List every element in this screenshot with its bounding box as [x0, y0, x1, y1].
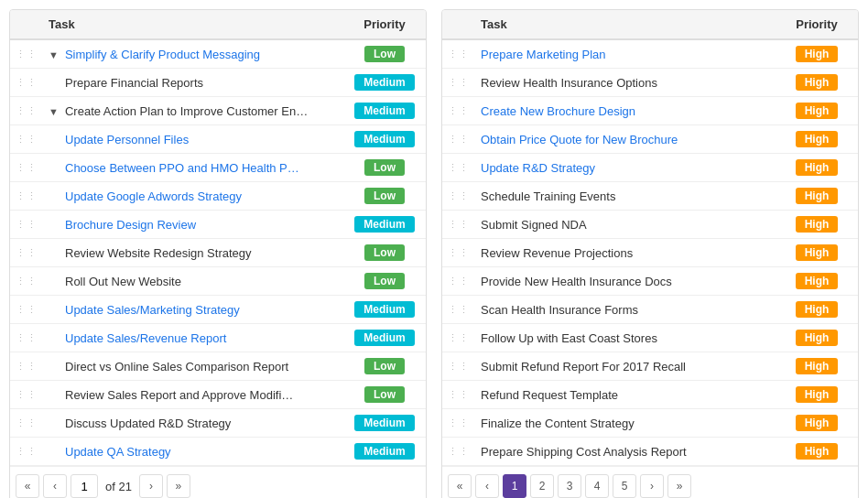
- drag-handle[interactable]: ⋮⋮: [442, 352, 475, 381]
- drag-handle[interactable]: ⋮⋮: [10, 154, 43, 182]
- left-table: Task Priority ⋮⋮▼ Simplify & Clarify Pro…: [9, 9, 427, 498]
- right-prev-btn[interactable]: ‹: [475, 474, 499, 498]
- task-name-text: Review Revenue Projections: [481, 246, 633, 260]
- priority-badge: Medium: [354, 443, 414, 460]
- task-name-text: Refund Request Template: [481, 388, 618, 402]
- right-page-5-btn[interactable]: 5: [613, 474, 636, 498]
- left-first-btn[interactable]: «: [16, 474, 39, 498]
- table-row: ⋮⋮Discuss Updated R&D StrategyMedium: [10, 409, 426, 438]
- drag-handle[interactable]: ⋮⋮: [442, 267, 475, 296]
- priority-cell: Low: [343, 267, 426, 296]
- right-page-4-btn[interactable]: 4: [585, 474, 609, 498]
- drag-handle[interactable]: ⋮⋮: [442, 239, 475, 267]
- task-name-text: Review Sales Report and Approve Modifi…: [65, 388, 293, 402]
- priority-badge: High: [796, 131, 839, 147]
- right-table: Task Priority ⋮⋮Prepare Marketing PlanHi…: [441, 9, 859, 498]
- left-last-btn[interactable]: »: [167, 474, 190, 498]
- drag-handle[interactable]: ⋮⋮: [10, 267, 43, 296]
- drag-handle[interactable]: ⋮⋮: [10, 39, 43, 69]
- drag-handle[interactable]: ⋮⋮: [10, 352, 43, 381]
- priority-cell: Low: [343, 154, 426, 182]
- drag-handle[interactable]: ⋮⋮: [10, 324, 43, 352]
- priority-badge: Medium: [354, 330, 414, 346]
- drag-handle[interactable]: ⋮⋮: [442, 381, 475, 409]
- drag-handle[interactable]: ⋮⋮: [442, 324, 475, 352]
- right-next-btn[interactable]: ›: [640, 474, 664, 498]
- priority-cell: High: [776, 69, 858, 97]
- left-prev-btn[interactable]: ‹: [43, 474, 67, 498]
- table-row: ⋮⋮Finalize the Content StrategyHigh: [442, 409, 858, 438]
- task-name-cell[interactable]: Update Google Adwords Strategy: [43, 182, 343, 211]
- drag-handle[interactable]: ⋮⋮: [10, 125, 43, 154]
- drag-handle[interactable]: ⋮⋮: [442, 409, 475, 438]
- task-name-cell[interactable]: Prepare Marketing Plan: [475, 39, 776, 69]
- right-page-3-btn[interactable]: 3: [558, 474, 581, 498]
- task-name-text: Prepare Marketing Plan: [481, 48, 606, 61]
- right-pagination: « ‹ 1 2 3 4 5 › »: [442, 466, 858, 498]
- priority-badge: High: [796, 301, 839, 318]
- task-name-cell[interactable]: Update R&D Strategy: [475, 154, 776, 182]
- priority-cell: Medium: [343, 409, 426, 438]
- priority-cell: Medium: [343, 324, 426, 352]
- left-page-input[interactable]: [71, 474, 98, 498]
- drag-handle[interactable]: ⋮⋮: [442, 211, 475, 239]
- drag-handle[interactable]: ⋮⋮: [10, 239, 43, 267]
- task-name-cell[interactable]: Create New Brochure Design: [475, 97, 776, 125]
- drag-handle[interactable]: ⋮⋮: [10, 182, 43, 211]
- drag-handle[interactable]: ⋮⋮: [442, 154, 475, 182]
- task-name-cell[interactable]: Obtain Price Quote for New Brochure: [475, 125, 776, 154]
- drag-handle[interactable]: ⋮⋮: [442, 69, 475, 97]
- drag-handle[interactable]: ⋮⋮: [10, 69, 43, 97]
- priority-badge: Low: [364, 46, 405, 62]
- task-name-cell[interactable]: Update Sales/Marketing Strategy: [43, 296, 343, 324]
- drag-handle[interactable]: ⋮⋮: [10, 296, 43, 324]
- right-page-1-btn[interactable]: 1: [503, 474, 526, 498]
- task-name-cell[interactable]: Choose Between PPO and HMO Health P…: [43, 154, 343, 182]
- drag-handle[interactable]: ⋮⋮: [10, 409, 43, 438]
- left-next-btn[interactable]: ›: [139, 474, 163, 498]
- drag-handle[interactable]: ⋮⋮: [10, 97, 43, 125]
- group-toggle-icon[interactable]: ▼: [49, 106, 61, 117]
- right-first-btn[interactable]: «: [448, 474, 472, 498]
- table-row: ⋮⋮Review Sales Report and Approve Modifi…: [10, 381, 426, 409]
- task-name-text: Review Health Insurance Options: [481, 76, 657, 90]
- task-name-cell[interactable]: Update QA Strategy: [43, 438, 343, 466]
- drag-handle[interactable]: ⋮⋮: [442, 296, 475, 324]
- priority-badge: High: [796, 443, 839, 460]
- task-name-cell: Refund Request Template: [475, 381, 776, 409]
- priority-cell: Low: [343, 39, 426, 69]
- priority-badge: Medium: [354, 216, 414, 233]
- drag-handle[interactable]: ⋮⋮: [442, 39, 475, 69]
- priority-badge: Low: [364, 188, 405, 204]
- priority-badge: High: [796, 74, 839, 91]
- group-toggle-icon[interactable]: ▼: [49, 49, 61, 60]
- table-row: ⋮⋮Prepare Financial ReportsMedium: [10, 69, 426, 97]
- task-name-cell[interactable]: Brochure Design Review: [43, 211, 343, 239]
- task-name-cell: Submit Refund Report For 2017 Recall: [475, 352, 776, 381]
- task-name-text: Create New Brochure Design: [481, 104, 635, 118]
- table-row: ⋮⋮Review Health Insurance OptionsHigh: [442, 69, 858, 97]
- drag-handle[interactable]: ⋮⋮: [10, 438, 43, 466]
- drag-handle[interactable]: ⋮⋮: [442, 97, 475, 125]
- priority-cell: High: [776, 352, 858, 381]
- drag-handle[interactable]: ⋮⋮: [10, 211, 43, 239]
- table-row: ⋮⋮Review Revenue ProjectionsHigh: [442, 239, 858, 267]
- task-name-cell: Review Revenue Projections: [475, 239, 776, 267]
- task-name-cell: Provide New Health Insurance Docs: [475, 267, 776, 296]
- right-page-2-btn[interactable]: 2: [530, 474, 554, 498]
- drag-handle[interactable]: ⋮⋮: [442, 438, 475, 466]
- drag-handle[interactable]: ⋮⋮: [442, 182, 475, 211]
- task-name-text: Direct vs Online Sales Comparison Report: [65, 360, 288, 374]
- task-name-text: Prepare Shipping Cost Analysis Report: [481, 445, 687, 459]
- drag-handle[interactable]: ⋮⋮: [442, 125, 475, 154]
- priority-cell: High: [776, 211, 858, 239]
- priority-cell: Medium: [343, 438, 426, 466]
- task-name-cell[interactable]: Update Personnel Files: [43, 125, 343, 154]
- priority-cell: High: [776, 154, 858, 182]
- drag-handle[interactable]: ⋮⋮: [10, 381, 43, 409]
- left-drag-header: [10, 10, 43, 39]
- task-name-cell[interactable]: Update Sales/Revenue Report: [43, 324, 343, 352]
- task-name-text: Schedule Training Events: [481, 189, 615, 203]
- right-last-btn[interactable]: »: [667, 474, 691, 498]
- task-name-cell[interactable]: ▼ Simplify & Clarify Product Messaging: [43, 39, 343, 69]
